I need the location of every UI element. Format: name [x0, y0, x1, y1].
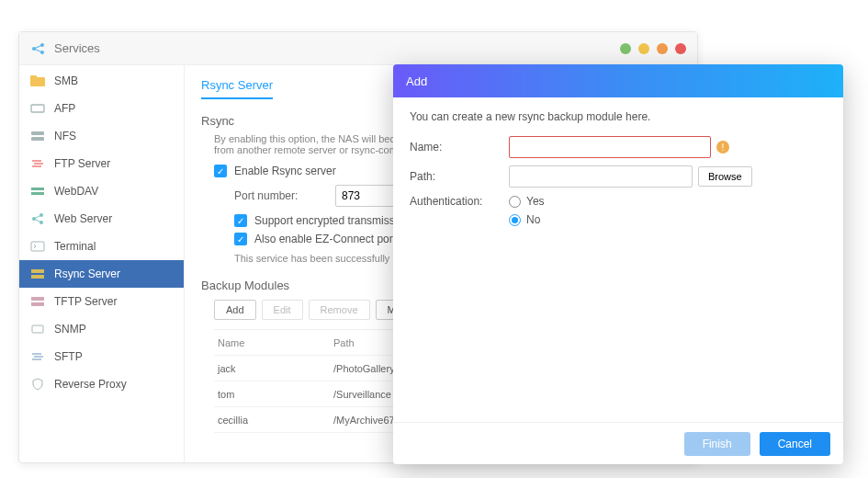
sidebar-item-label: Reverse Proxy: [54, 378, 127, 391]
sidebar-item-label: AFP: [54, 102, 75, 115]
sidebar-item-label: TFTP Server: [54, 295, 117, 308]
sftp-icon: [28, 349, 47, 364]
traffic-yellow[interactable]: [638, 43, 649, 54]
sidebar-item-label: FTP Server: [54, 157, 110, 170]
svg-rect-6: [31, 131, 44, 135]
sidebar-item-label: Rsync Server: [54, 267, 120, 280]
svg-rect-17: [31, 302, 44, 306]
sidebar-item-nfs[interactable]: NFS: [19, 122, 184, 150]
auth-no-option[interactable]: No: [509, 213, 545, 226]
sidebar-item-afp[interactable]: AFP: [19, 95, 184, 122]
sidebar-item-tftp[interactable]: TFTP Server: [19, 288, 184, 315]
window-controls: [620, 43, 686, 54]
ftp-icon: [28, 156, 47, 171]
terminal-icon: [28, 239, 47, 254]
snmp-icon: [28, 322, 47, 336]
web-icon: [28, 211, 47, 226]
cancel-button[interactable]: Cancel: [760, 432, 830, 456]
name-label: Name:: [410, 141, 509, 154]
radio-icon: [509, 214, 521, 226]
sidebar-item-label: SMB: [54, 74, 78, 87]
checkbox-icon: ✓: [234, 233, 247, 245]
afp-icon: [28, 101, 47, 116]
port-label: Port number:: [234, 189, 335, 202]
nfs-icon: [28, 129, 47, 143]
dialog-intro: You can create a new rsync backup module…: [410, 110, 827, 123]
auth-yes-option[interactable]: Yes: [509, 195, 545, 208]
window-title: Services: [54, 41, 100, 55]
sidebar-item-ftp[interactable]: FTP Server: [19, 150, 184, 177]
sidebar-item-terminal[interactable]: Terminal: [19, 233, 184, 260]
svg-rect-13: [31, 242, 44, 251]
svg-rect-18: [32, 325, 43, 333]
sidebar-item-webserver[interactable]: Web Server: [19, 205, 184, 233]
webdav-icon: [28, 184, 47, 199]
shield-icon: [28, 377, 47, 392]
svg-rect-4: [30, 75, 37, 79]
cell-name: cecillia: [214, 415, 333, 426]
svg-rect-16: [31, 297, 44, 301]
finish-button[interactable]: Finish: [684, 432, 750, 456]
sidebar-item-smb[interactable]: SMB: [19, 67, 184, 95]
sidebar-item-reverseproxy[interactable]: Reverse Proxy: [19, 370, 184, 398]
name-field[interactable]: [509, 136, 711, 158]
traffic-red[interactable]: [675, 43, 686, 54]
browse-button[interactable]: Browse: [698, 166, 752, 187]
svg-rect-15: [31, 275, 44, 279]
enable-rsync-label: Enable Rsync server: [234, 165, 336, 177]
dialog-body: You can create a new rsync backup module…: [393, 97, 843, 246]
tab-rsync-server[interactable]: Rsync Server: [201, 78, 273, 99]
sidebar-item-snmp[interactable]: SNMP: [19, 315, 184, 343]
sidebar-item-label: SNMP: [54, 323, 86, 336]
folder-icon: [28, 74, 47, 88]
sidebar-item-label: Terminal: [54, 240, 96, 253]
edit-button: Edit: [262, 300, 303, 320]
add-button[interactable]: Add: [214, 300, 256, 320]
sidebar-item-label: SFTP: [54, 350, 83, 363]
svg-rect-5: [31, 105, 44, 112]
auth-label: Authentication:: [410, 195, 509, 208]
svg-rect-9: [31, 192, 44, 195]
warning-icon: !: [716, 141, 729, 154]
dialog-title: Add: [393, 64, 843, 97]
sidebar-item-label: Web Server: [54, 212, 112, 225]
path-field[interactable]: [509, 165, 693, 188]
svg-rect-14: [31, 269, 44, 273]
radio-icon: [509, 196, 521, 208]
traffic-green[interactable]: [620, 43, 631, 54]
auth-yes-label: Yes: [526, 195, 545, 208]
cell-name: jack: [214, 363, 333, 374]
titlebar: Services: [19, 32, 697, 65]
dialog-footer: Finish Cancel: [393, 422, 843, 464]
sidebar-item-label: NFS: [54, 130, 76, 142]
checkbox-icon: ✓: [234, 214, 247, 227]
svg-rect-8: [31, 188, 44, 190]
app-icon: [30, 40, 47, 57]
cell-name: tom: [214, 389, 333, 400]
auth-row: Authentication: Yes No: [410, 195, 827, 226]
auth-no-label: No: [526, 213, 540, 226]
col-name: Name: [214, 337, 333, 348]
svg-rect-7: [31, 137, 44, 141]
rsync-icon: [28, 267, 47, 281]
port-input[interactable]: [342, 189, 397, 202]
remove-button: Remove: [309, 300, 370, 320]
sidebar-item-label: WebDAV: [54, 185, 98, 198]
tftp-icon: [28, 294, 47, 309]
add-dialog: Add You can create a new rsync backup mo…: [393, 64, 843, 464]
sidebar: SMB AFP NFS FTP Server WebDAV Web Server…: [19, 65, 185, 462]
path-row: Path: Browse: [410, 165, 827, 188]
sidebar-item-sftp[interactable]: SFTP: [19, 343, 184, 370]
sidebar-item-rsync[interactable]: Rsync Server: [19, 260, 184, 288]
checkbox-icon: ✓: [214, 165, 227, 177]
traffic-orange[interactable]: [657, 43, 668, 54]
name-row: Name: !: [410, 136, 827, 158]
sidebar-item-webdav[interactable]: WebDAV: [19, 177, 184, 205]
path-label: Path:: [410, 170, 509, 183]
